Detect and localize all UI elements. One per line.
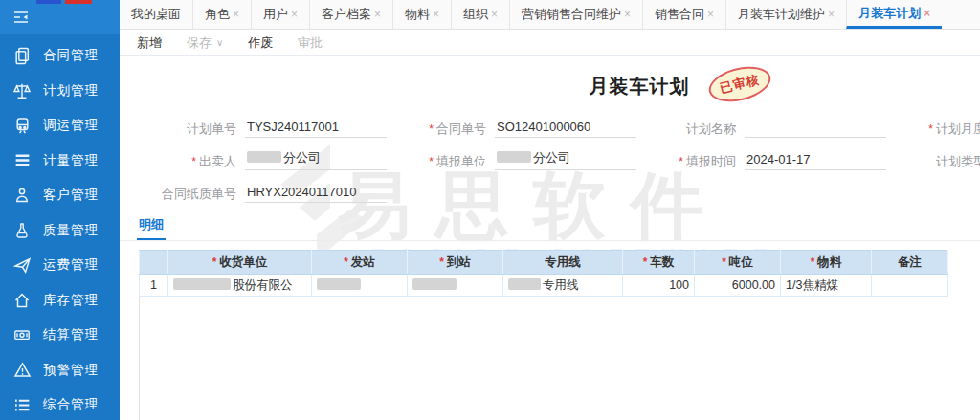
tab-label: 客户档案 — [322, 6, 371, 23]
sidebar-item-label: 调运管理 — [43, 117, 99, 134]
page-title-row: 月装车计划 已审核 — [120, 72, 980, 100]
field-reporting-unit: *填报单位 分公司 — [387, 146, 636, 170]
plan-no-input[interactable]: TYSJ240117001 — [245, 120, 387, 138]
field-label: 计划类型 — [936, 154, 980, 168]
col-consignee[interactable]: *收货单位 — [168, 251, 312, 275]
col-departure-station[interactable]: *发站 — [312, 251, 408, 275]
vehicle-count-cell[interactable]: 100 — [623, 275, 695, 297]
add-button[interactable]: 新增 — [137, 34, 162, 52]
tab-role[interactable]: 角色× — [192, 0, 251, 29]
approve-button[interactable]: 审批 — [298, 34, 323, 52]
sidebar-item-plan[interactable]: 计划管理 — [0, 74, 120, 109]
sidebar-item-contract[interactable]: 合同管理 — [0, 38, 120, 74]
close-icon[interactable]: × — [828, 8, 835, 21]
close-icon[interactable]: × — [624, 8, 631, 21]
tab-label: 月装车计划 — [858, 5, 921, 22]
sidebar-item-metering[interactable]: 计量管理 — [0, 144, 120, 179]
col-dedicated-line[interactable]: 专用线 — [503, 251, 623, 275]
col-tonnage[interactable]: *吨位 — [695, 251, 781, 275]
customer-icon — [11, 186, 33, 205]
field-label: 填报时间 — [686, 154, 736, 168]
field-paper-contract-no: 合同纸质单号 HRYX20240117010 — [137, 179, 387, 203]
sidebar-item-freight[interactable]: 运费管理 — [0, 248, 120, 283]
sidebar-item-settlement[interactable]: 结算管理 — [0, 318, 120, 353]
col-remark[interactable]: 备注 — [872, 251, 948, 275]
close-icon[interactable]: × — [233, 8, 239, 21]
freight-icon — [11, 255, 33, 275]
tab-label: 物料 — [405, 6, 430, 23]
tab-detail[interactable]: 明细 — [137, 216, 166, 240]
alert-icon — [11, 361, 33, 380]
reporting-time-input[interactable]: 2024-01-17 — [745, 152, 886, 170]
sidebar-item-label: 预警管理 — [43, 362, 99, 379]
table-row[interactable]: 1 股份有限公 专用线 100 6000.00 1/3焦精煤 — [140, 275, 948, 297]
grid-empty-area — [139, 297, 947, 420]
tab-material[interactable]: 物料× — [392, 0, 451, 29]
close-icon[interactable]: × — [291, 8, 298, 21]
sidebar-item-alert[interactable]: 预警管理 — [0, 353, 120, 388]
required-mark: * — [643, 255, 648, 269]
collapse-menu-button[interactable] — [0, 0, 120, 34]
field-plan-month: *计划月度 2024-01 — [886, 114, 980, 138]
field-label: 出卖人 — [199, 154, 236, 168]
field-label: 计划月度 — [936, 122, 980, 136]
sidebar: 合同管理 计划管理 调运管理 计量管理 客户管理 质量管理 — [0, 0, 120, 420]
redacted-text — [173, 278, 231, 290]
contract-no-input[interactable]: SO12401000060 — [495, 120, 636, 138]
required-mark: * — [429, 155, 434, 168]
sidebar-item-general[interactable]: 综合管理 — [0, 387, 120, 420]
sidebar-item-label: 计量管理 — [43, 152, 99, 169]
reporting-unit-input[interactable]: 分公司 — [495, 149, 636, 170]
sidebar-item-customer[interactable]: 客户管理 — [0, 178, 120, 213]
col-arrival-station[interactable]: *到站 — [408, 251, 503, 275]
close-icon[interactable]: × — [433, 8, 439, 21]
sidebar-item-label: 综合管理 — [43, 396, 99, 413]
tab-bar: 我的桌面 角色× 用户× 客户档案× 物料× 组织× 营销销售合同维护× 销售合… — [120, 0, 980, 30]
col-material[interactable]: *物料 — [781, 251, 872, 275]
seller-input[interactable]: 分公司 — [245, 149, 387, 170]
field-label: 合同纸质单号 — [162, 187, 236, 201]
tab-user[interactable]: 用户× — [251, 0, 309, 29]
main-area: 我的桌面 角色× 用户× 客户档案× 物料× 组织× 营销销售合同维护× 销售合… — [120, 0, 980, 420]
arrival-station-cell[interactable] — [408, 275, 503, 297]
tab-customer-file[interactable]: 客户档案× — [309, 0, 392, 29]
tab-marketing-sales-contract[interactable]: 营销销售合同维护× — [509, 0, 642, 29]
tab-label: 角色 — [205, 6, 230, 23]
col-vehicle-count[interactable]: *车数 — [623, 251, 695, 275]
sidebar-item-label: 质量管理 — [43, 222, 99, 239]
general-icon — [11, 395, 33, 414]
field-label: 合同单号 — [436, 122, 486, 136]
tab-label: 月装车计划维护 — [738, 6, 825, 23]
tab-sales-contract[interactable]: 销售合同× — [642, 0, 725, 29]
field-plan-type: 计划类型 正式计划 — [886, 146, 980, 170]
close-icon[interactable]: × — [924, 7, 930, 20]
tab-monthly-loading-plan[interactable]: 月装车计划× — [846, 0, 942, 29]
tab-label: 营销销售合同维护 — [522, 6, 621, 23]
tab-my-desktop[interactable]: 我的桌面 — [120, 0, 192, 29]
consignee-cell[interactable]: 股份有限公 — [168, 275, 312, 297]
required-mark: * — [212, 255, 217, 269]
page-title: 月装车计划 — [590, 74, 690, 99]
tonnage-cell[interactable]: 6000.00 — [695, 275, 781, 297]
close-icon[interactable]: × — [707, 8, 714, 21]
close-icon[interactable]: × — [491, 8, 498, 21]
sidebar-item-dispatch[interactable]: 调运管理 — [0, 108, 120, 144]
plan-form: 计划单号 TYSJ240117001 *合同单号 SO12401000060 计… — [120, 114, 980, 203]
departure-station-cell[interactable] — [312, 275, 408, 297]
tab-label: 组织 — [463, 6, 488, 23]
dedicated-line-cell[interactable]: 专用线 — [503, 275, 623, 297]
material-cell[interactable]: 1/3焦精煤 — [781, 275, 872, 297]
metering-icon — [11, 151, 33, 170]
tab-monthly-loading-plan-maintain[interactable]: 月装车计划维护× — [725, 0, 846, 29]
sidebar-item-inventory[interactable]: 库存管理 — [0, 283, 120, 319]
close-icon[interactable]: × — [374, 8, 381, 21]
sidebar-item-quality[interactable]: 质量管理 — [0, 213, 120, 249]
tab-organization[interactable]: 组织× — [451, 0, 509, 29]
save-button[interactable]: 保存∨ — [187, 34, 223, 52]
paper-contract-no-input[interactable]: HRYX20240117010 — [245, 185, 387, 203]
void-button[interactable]: 作废 — [248, 34, 273, 52]
remark-cell[interactable] — [872, 275, 948, 297]
settlement-icon — [11, 325, 33, 344]
plan-name-input[interactable] — [745, 120, 886, 138]
redacted-text — [412, 278, 457, 290]
